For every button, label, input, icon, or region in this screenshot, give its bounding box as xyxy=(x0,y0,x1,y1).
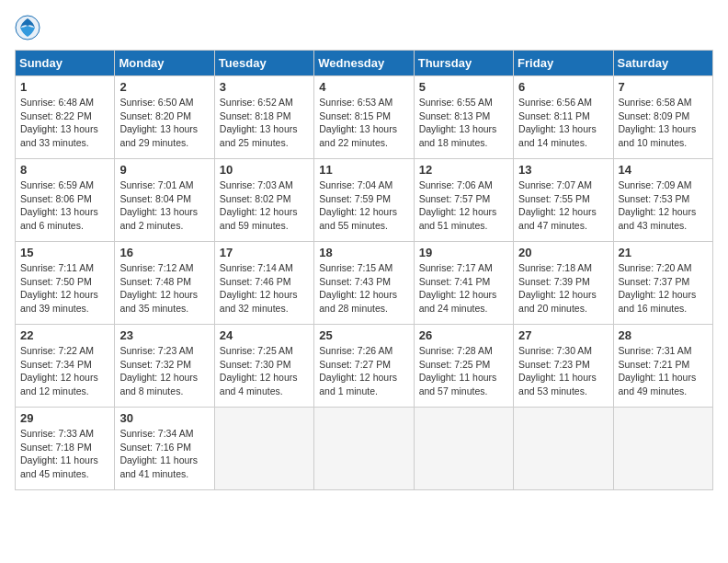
day-number: 7 xyxy=(619,80,708,94)
calendar: SundayMondayTuesdayWednesdayThursdayFrid… xyxy=(15,50,713,490)
day-number: 21 xyxy=(619,246,708,259)
cell-info: Sunrise: 7:30 AM Sunset: 7:23 PM Dayligh… xyxy=(518,344,608,398)
cell-info: Sunrise: 7:22 AM Sunset: 7:34 PM Dayligh… xyxy=(20,344,109,398)
calendar-cell: 5Sunrise: 6:55 AM Sunset: 8:13 PM Daylig… xyxy=(414,76,513,159)
cell-info: Sunrise: 7:33 AM Sunset: 7:18 PM Dayligh… xyxy=(20,427,109,481)
day-number: 25 xyxy=(319,328,408,342)
day-number: 1 xyxy=(20,80,109,94)
day-number: 16 xyxy=(119,246,209,259)
calendar-cell xyxy=(214,408,313,490)
cell-info: Sunrise: 7:04 AM Sunset: 7:59 PM Dayligh… xyxy=(319,178,408,233)
calendar-cell: 10Sunrise: 7:03 AM Sunset: 8:02 PM Dayli… xyxy=(214,159,313,242)
weekday-header: Tuesday xyxy=(214,51,313,76)
cell-info: Sunrise: 7:01 AM Sunset: 8:04 PM Dayligh… xyxy=(119,178,209,233)
calendar-cell xyxy=(613,408,712,490)
calendar-cell: 8Sunrise: 6:59 AM Sunset: 8:06 PM Daylig… xyxy=(16,159,115,242)
calendar-cell: 28Sunrise: 7:31 AM Sunset: 7:21 PM Dayli… xyxy=(613,325,712,408)
day-number: 9 xyxy=(119,163,209,177)
cell-info: Sunrise: 7:14 AM Sunset: 7:46 PM Dayligh… xyxy=(220,261,309,316)
calendar-cell: 25Sunrise: 7:26 AM Sunset: 7:27 PM Dayli… xyxy=(314,325,414,408)
cell-info: Sunrise: 7:26 AM Sunset: 7:27 PM Dayligh… xyxy=(319,344,408,398)
day-number: 29 xyxy=(20,411,109,425)
calendar-week-row: 22Sunrise: 7:22 AM Sunset: 7:34 PM Dayli… xyxy=(16,325,713,408)
cell-info: Sunrise: 7:11 AM Sunset: 7:50 PM Dayligh… xyxy=(20,261,109,316)
day-number: 2 xyxy=(119,80,209,94)
calendar-cell: 19Sunrise: 7:17 AM Sunset: 7:41 PM Dayli… xyxy=(414,242,513,325)
calendar-cell: 7Sunrise: 6:58 AM Sunset: 8:09 PM Daylig… xyxy=(613,76,712,159)
calendar-cell: 29Sunrise: 7:33 AM Sunset: 7:18 PM Dayli… xyxy=(16,408,115,490)
day-number: 11 xyxy=(319,163,408,177)
day-number: 12 xyxy=(419,163,508,177)
calendar-cell: 26Sunrise: 7:28 AM Sunset: 7:25 PM Dayli… xyxy=(414,325,513,408)
page-header xyxy=(15,15,713,40)
logo xyxy=(15,15,44,40)
cell-info: Sunrise: 6:52 AM Sunset: 8:18 PM Dayligh… xyxy=(220,96,309,150)
calendar-body: 1Sunrise: 6:48 AM Sunset: 8:22 PM Daylig… xyxy=(16,76,713,490)
calendar-cell: 14Sunrise: 7:09 AM Sunset: 7:53 PM Dayli… xyxy=(613,159,712,242)
calendar-cell: 12Sunrise: 7:06 AM Sunset: 7:57 PM Dayli… xyxy=(414,159,513,242)
calendar-cell: 20Sunrise: 7:18 AM Sunset: 7:39 PM Dayli… xyxy=(514,242,613,325)
calendar-cell xyxy=(414,408,513,490)
cell-info: Sunrise: 7:25 AM Sunset: 7:30 PM Dayligh… xyxy=(220,344,309,398)
calendar-cell: 11Sunrise: 7:04 AM Sunset: 7:59 PM Dayli… xyxy=(314,159,414,242)
weekday-header: Thursday xyxy=(414,51,513,76)
cell-info: Sunrise: 7:18 AM Sunset: 7:39 PM Dayligh… xyxy=(518,261,608,316)
calendar-week-row: 8Sunrise: 6:59 AM Sunset: 8:06 PM Daylig… xyxy=(16,159,713,242)
day-number: 15 xyxy=(20,246,109,259)
day-number: 6 xyxy=(518,80,608,94)
calendar-cell: 24Sunrise: 7:25 AM Sunset: 7:30 PM Dayli… xyxy=(214,325,313,408)
calendar-week-row: 15Sunrise: 7:11 AM Sunset: 7:50 PM Dayli… xyxy=(16,242,713,325)
cell-info: Sunrise: 7:34 AM Sunset: 7:16 PM Dayligh… xyxy=(119,427,209,481)
cell-info: Sunrise: 7:07 AM Sunset: 7:55 PM Dayligh… xyxy=(518,178,608,233)
cell-info: Sunrise: 7:31 AM Sunset: 7:21 PM Dayligh… xyxy=(619,344,708,398)
day-number: 24 xyxy=(220,328,309,342)
day-number: 22 xyxy=(20,328,109,342)
calendar-cell: 21Sunrise: 7:20 AM Sunset: 7:37 PM Dayli… xyxy=(613,242,712,325)
calendar-cell: 30Sunrise: 7:34 AM Sunset: 7:16 PM Dayli… xyxy=(115,408,214,490)
day-number: 30 xyxy=(119,411,209,425)
day-number: 10 xyxy=(220,163,309,177)
calendar-cell: 9Sunrise: 7:01 AM Sunset: 8:04 PM Daylig… xyxy=(115,159,214,242)
day-number: 3 xyxy=(220,80,309,94)
cell-info: Sunrise: 7:17 AM Sunset: 7:41 PM Dayligh… xyxy=(419,261,508,316)
calendar-header: SundayMondayTuesdayWednesdayThursdayFrid… xyxy=(16,51,713,76)
cell-info: Sunrise: 6:48 AM Sunset: 8:22 PM Dayligh… xyxy=(20,96,109,150)
cell-info: Sunrise: 7:12 AM Sunset: 7:48 PM Dayligh… xyxy=(119,261,209,316)
cell-info: Sunrise: 7:15 AM Sunset: 7:43 PM Dayligh… xyxy=(319,261,408,316)
weekday-header: Monday xyxy=(115,51,214,76)
day-number: 28 xyxy=(619,328,708,342)
calendar-cell: 16Sunrise: 7:12 AM Sunset: 7:48 PM Dayli… xyxy=(115,242,214,325)
cell-info: Sunrise: 6:53 AM Sunset: 8:15 PM Dayligh… xyxy=(319,96,408,150)
day-number: 19 xyxy=(419,246,508,259)
cell-info: Sunrise: 6:56 AM Sunset: 8:11 PM Dayligh… xyxy=(518,96,608,150)
calendar-cell: 23Sunrise: 7:23 AM Sunset: 7:32 PM Dayli… xyxy=(115,325,214,408)
calendar-cell xyxy=(514,408,613,490)
cell-info: Sunrise: 7:23 AM Sunset: 7:32 PM Dayligh… xyxy=(119,344,209,398)
cell-info: Sunrise: 6:55 AM Sunset: 8:13 PM Dayligh… xyxy=(419,96,508,150)
day-number: 17 xyxy=(220,246,309,259)
cell-info: Sunrise: 6:50 AM Sunset: 8:20 PM Dayligh… xyxy=(119,96,209,150)
logo-icon xyxy=(15,15,40,40)
weekday-row: SundayMondayTuesdayWednesdayThursdayFrid… xyxy=(16,51,713,76)
calendar-cell: 3Sunrise: 6:52 AM Sunset: 8:18 PM Daylig… xyxy=(214,76,313,159)
calendar-week-row: 1Sunrise: 6:48 AM Sunset: 8:22 PM Daylig… xyxy=(16,76,713,159)
day-number: 26 xyxy=(419,328,508,342)
calendar-cell: 13Sunrise: 7:07 AM Sunset: 7:55 PM Dayli… xyxy=(514,159,613,242)
cell-info: Sunrise: 6:59 AM Sunset: 8:06 PM Dayligh… xyxy=(20,178,109,233)
day-number: 20 xyxy=(518,246,608,259)
day-number: 5 xyxy=(419,80,508,94)
calendar-cell: 27Sunrise: 7:30 AM Sunset: 7:23 PM Dayli… xyxy=(514,325,613,408)
weekday-header: Sunday xyxy=(16,51,115,76)
calendar-week-row: 29Sunrise: 7:33 AM Sunset: 7:18 PM Dayli… xyxy=(16,408,713,490)
calendar-cell: 1Sunrise: 6:48 AM Sunset: 8:22 PM Daylig… xyxy=(16,76,115,159)
calendar-cell: 6Sunrise: 6:56 AM Sunset: 8:11 PM Daylig… xyxy=(514,76,613,159)
cell-info: Sunrise: 7:03 AM Sunset: 8:02 PM Dayligh… xyxy=(220,178,309,233)
weekday-header: Saturday xyxy=(613,51,712,76)
calendar-cell: 15Sunrise: 7:11 AM Sunset: 7:50 PM Dayli… xyxy=(16,242,115,325)
cell-info: Sunrise: 7:06 AM Sunset: 7:57 PM Dayligh… xyxy=(419,178,508,233)
calendar-cell: 18Sunrise: 7:15 AM Sunset: 7:43 PM Dayli… xyxy=(314,242,414,325)
weekday-header: Wednesday xyxy=(314,51,414,76)
day-number: 8 xyxy=(20,163,109,177)
calendar-cell: 2Sunrise: 6:50 AM Sunset: 8:20 PM Daylig… xyxy=(115,76,214,159)
day-number: 4 xyxy=(319,80,408,94)
